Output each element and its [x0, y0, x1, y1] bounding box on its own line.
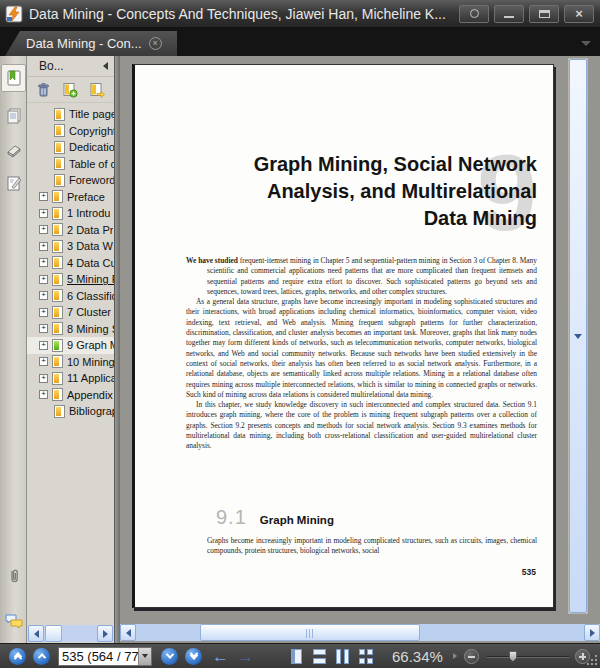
expand-toggle[interactable]: + [39, 275, 48, 284]
slider-thumb[interactable] [509, 651, 517, 662]
bookmark-item[interactable]: +11 Applica [27, 370, 114, 387]
page-number-input[interactable]: 535 (564 / 77 [58, 647, 152, 666]
bookmark-item[interactable]: +6 Classific [27, 288, 114, 305]
vertical-scrollbar[interactable] [568, 58, 588, 614]
maximize-button[interactable] [529, 5, 559, 23]
first-page-button[interactable] [9, 648, 26, 665]
add-bookmark-button[interactable] [62, 82, 78, 98]
bookmarks-panel-tab[interactable] [1, 64, 26, 92]
tab-close-icon[interactable]: × [149, 37, 162, 50]
bookmark-label: Title page [69, 108, 114, 120]
bookmark-icon [52, 256, 63, 269]
eraser-panel-tab[interactable] [1, 136, 26, 164]
scroll-right-button[interactable] [97, 625, 113, 642]
next-page-button[interactable] [161, 648, 178, 665]
bookmark-label: 9 Graph M [67, 339, 114, 351]
expand-toggle[interactable]: + [39, 291, 48, 300]
bookmark-item[interactable]: Copyright [27, 123, 114, 140]
tab-list-dropdown-icon[interactable] [581, 41, 591, 46]
collapse-sidebar-icon[interactable] [103, 62, 108, 70]
comments-panel-tab[interactable] [1, 607, 26, 635]
zoom-slider[interactable] [487, 649, 569, 664]
bookmark-item[interactable]: +9 Graph M [27, 337, 114, 354]
zoom-out-button[interactable] [464, 649, 479, 664]
resize-grip[interactable] [587, 655, 598, 666]
bar-icon [313, 649, 326, 655]
bookmark-icon [54, 157, 65, 170]
right-arrow-icon [103, 630, 108, 638]
bookmark-item[interactable]: +Appendix [27, 387, 114, 404]
pages-icon [5, 107, 23, 125]
bookmark-item[interactable]: +1 Introdu [27, 205, 114, 222]
bookmark-item[interactable]: +Preface [27, 189, 114, 206]
zoom-presets-icon[interactable] [453, 653, 457, 659]
expand-toggle[interactable]: + [39, 357, 48, 366]
close-button[interactable]: × [564, 5, 594, 23]
section-title: Graph Mining [260, 514, 334, 526]
bookmark-item[interactable]: +4 Data Cu [27, 255, 114, 272]
bookmark-icon [52, 207, 63, 220]
scrollbar-thumb[interactable] [200, 624, 420, 641]
sidebar-title: Bo... [39, 59, 64, 73]
expand-toggle[interactable]: + [39, 209, 48, 218]
scroll-left-button[interactable] [28, 625, 44, 642]
expand-toggle[interactable]: + [39, 324, 48, 333]
bookmark-item[interactable]: +2 Data Pr [27, 222, 114, 239]
single-page-view-button[interactable] [288, 648, 305, 665]
scrollbar-thumb[interactable] [45, 625, 62, 642]
last-page-button[interactable] [185, 648, 202, 665]
previous-page-button[interactable] [33, 648, 50, 665]
bookmark-item[interactable]: Table of c [27, 156, 114, 173]
expand-toggle[interactable]: + [39, 308, 48, 317]
minimize-button[interactable] [494, 5, 524, 23]
status-bar: 535 (564 / 77 ← → 66.34% [0, 643, 600, 668]
down-arrow-icon [574, 334, 582, 339]
facing-pages-view-button[interactable] [334, 648, 351, 665]
pages-panel-tab[interactable] [1, 102, 26, 130]
bookmark-item[interactable]: Bibliograp [27, 403, 114, 420]
bookmark-item[interactable]: Foreword [27, 172, 114, 189]
minimize-icon [504, 16, 514, 18]
paragraph-lead: We have studied [186, 256, 238, 265]
sidebar-horizontal-scrollbar[interactable] [28, 625, 113, 642]
section-body-text: Graphs become increasingly important in … [207, 536, 537, 557]
history-forward-button[interactable]: → [237, 648, 254, 665]
bookmark-item[interactable]: Dedication [27, 139, 114, 156]
expand-toggle[interactable]: + [39, 374, 48, 383]
page-dropdown-button[interactable] [138, 648, 151, 665]
expand-toggle[interactable]: + [39, 192, 48, 201]
bookmark-item[interactable]: +8 Mining S [27, 321, 114, 338]
bookmark-label: 3 Data W [67, 240, 113, 252]
expand-toggle[interactable]: + [39, 258, 48, 267]
annotations-panel-tab[interactable] [1, 169, 26, 197]
bookmark-label: 7 Cluster [67, 306, 111, 318]
add-child-bookmark-button[interactable] [89, 82, 105, 98]
bookmark-item[interactable]: +3 Data W [27, 238, 114, 255]
horizontal-scrollbar[interactable] [120, 624, 600, 641]
expand-toggle[interactable]: + [39, 242, 48, 251]
paperclip-icon [5, 568, 23, 586]
bookmark-item[interactable]: Title page [27, 106, 114, 123]
expand-toggle[interactable]: + [39, 390, 48, 399]
bookmark-item[interactable]: +7 Cluster [27, 304, 114, 321]
delete-bookmark-button[interactable] [36, 82, 51, 98]
history-back-button[interactable]: ← [212, 648, 229, 665]
expand-toggle[interactable]: + [39, 341, 48, 350]
continuous-view-button[interactable] [311, 648, 328, 665]
paragraph-text: As a general data structure, graphs have… [186, 297, 537, 400]
bookmark-icon [54, 124, 65, 137]
thumbnails-view-button[interactable] [357, 648, 374, 665]
bookmark-item[interactable]: +10 Mining [27, 354, 114, 371]
chapter-opening-text: We have studied frequent-itemset mining … [186, 256, 537, 452]
scroll-right-button[interactable] [584, 624, 600, 641]
document-canvas: 9 Graph Mining, Social Network Analysis,… [120, 56, 600, 643]
bookmark-item[interactable]: +5 Mining F [27, 271, 114, 288]
document-tab[interactable]: Data Mining - Con... × [5, 31, 177, 56]
scroll-down-button[interactable] [569, 59, 587, 613]
expand-toggle[interactable]: + [39, 225, 48, 234]
scroll-left-button[interactable] [120, 624, 136, 641]
right-arrow-icon [590, 629, 595, 637]
attachments-panel-tab[interactable] [1, 563, 26, 591]
bookmarks-sidebar: Bo... Title pageCopyrightDedicationTable… [27, 56, 114, 643]
session-button[interactable] [459, 5, 489, 23]
